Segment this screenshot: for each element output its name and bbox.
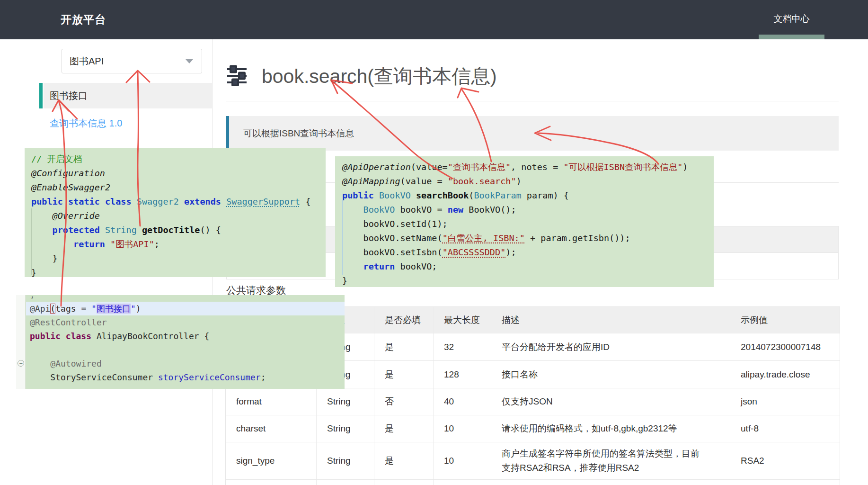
cell-param: charset: [226, 415, 317, 442]
code-screenshot-search-method: @ApiOperation(value="查询书本信息", notes = "可…: [335, 156, 714, 287]
indent-guide: [342, 200, 343, 275]
table-row: [226, 479, 840, 485]
cell-type: String: [317, 442, 374, 479]
cell-example: json: [730, 388, 841, 415]
api-note-box: 可以根据ISBN查询书本信息: [226, 116, 839, 151]
api-group-dropdown[interactable]: 图书API: [62, 49, 202, 73]
api-note-text: 可以根据ISBN查询书本信息: [243, 116, 354, 151]
cell-required: 否: [374, 388, 434, 415]
cell-required: 是: [374, 442, 434, 479]
sidebar-item-label: 图书接口: [50, 83, 88, 108]
cell-description: [491, 480, 730, 485]
sliders-icon: [227, 65, 247, 86]
header-description: 描述: [491, 307, 730, 333]
sidebar-item-book-api-group[interactable]: 图书接口: [39, 83, 212, 108]
cell-example: 2014072300007148: [730, 333, 841, 360]
cell-max-length: [434, 480, 491, 485]
fold-icon: −: [18, 360, 24, 367]
cell-description: 仅支持JSON: [491, 388, 730, 415]
page: 开放平台 文档中心 图书API 图书接口 查询书本信息 1.0 book.sea…: [0, 0, 868, 485]
table-row: charset String 是 10 请求使用的编码格式，如utf-8,gbk…: [226, 415, 840, 442]
header-required: 是否必填: [374, 307, 434, 333]
cell-example: [730, 480, 841, 485]
cell-required: 是: [374, 415, 434, 442]
code-screenshot-controller: − ,@Api(tags = "图书接口")@RestControllerpub…: [16, 295, 345, 389]
top-navbar: 开放平台 文档中心: [0, 0, 868, 39]
sidebar-item-accent-bar: [39, 83, 43, 108]
cell-description: 请求使用的编码格式，如utf-8,gbk,gb2312等: [491, 415, 730, 442]
cell-max-length: 128: [434, 361, 491, 388]
indent-guide: [31, 208, 32, 275]
code-screenshot-swagger-config: // 开启文档@Configuration@EnableSwagger2publ…: [25, 148, 326, 277]
cell-max-length: 10: [434, 442, 491, 479]
page-title: book.search(查询书本信息): [262, 63, 497, 90]
header-example: 示例值: [730, 307, 841, 333]
tab-active-indicator: [759, 35, 824, 39]
cell-required: [374, 480, 434, 485]
cell-max-length: 10: [434, 415, 491, 442]
cell-param: [226, 480, 317, 485]
cell-param: sign_type: [226, 442, 317, 479]
cell-required: 是: [374, 333, 434, 360]
table-row: sign_type String 是 10 商户生成签名字符串所使用的签名算法类…: [226, 442, 840, 479]
cell-type: String: [317, 415, 374, 442]
brand-title: 开放平台: [61, 0, 106, 39]
api-group-dropdown-value: 图书API: [70, 49, 104, 73]
title-divider: [226, 101, 839, 101]
cell-param: format: [226, 388, 317, 415]
cell-example: utf-8: [730, 415, 841, 442]
cell-max-length: 40: [434, 388, 491, 415]
tab-doc-center[interactable]: 文档中心: [759, 0, 824, 39]
cell-description: 商户生成签名字符串所使用的签名算法类型，目前支持RSA2和RSA，推荐使用RSA…: [491, 442, 730, 479]
cell-description: 接口名称: [491, 361, 730, 388]
cell-type: [317, 480, 374, 485]
cell-example: RSA2: [730, 442, 841, 479]
table-row: format String 否 40 仅支持JSON json: [226, 388, 840, 415]
cell-example: alipay.trade.close: [730, 361, 841, 388]
sidebar-link-search-book[interactable]: 查询书本信息 1.0: [50, 117, 122, 129]
cell-max-length: 32: [434, 333, 491, 360]
editor-gutter: −: [16, 295, 26, 389]
header-max-length: 最大长度: [434, 307, 491, 333]
chevron-down-icon: [186, 59, 193, 63]
cell-type: String: [317, 388, 374, 415]
cell-description: 平台分配给开发者的应用ID: [491, 333, 730, 360]
cell-required: 是: [374, 361, 434, 388]
